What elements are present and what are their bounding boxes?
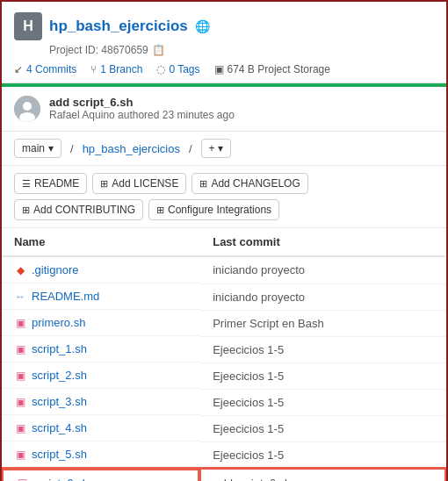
license-label: Add LICENSE	[112, 177, 178, 190]
storage-value: 674 B Project Storage	[228, 63, 330, 75]
author-avatar	[14, 96, 40, 122]
add-dropdown-icon: ▾	[218, 142, 223, 154]
branch-link[interactable]: 1 Branch	[100, 63, 142, 75]
add-license-button[interactable]: ⊞ Add LICENSE	[92, 173, 186, 194]
table-row: ◆ .gitignore iniciando proyecto	[2, 256, 445, 284]
table-row: ▣ script_6.sh add script_6.sh	[2, 469, 445, 482]
add-changelog-button[interactable]: ⊞ Add CHANGELOG	[191, 173, 307, 194]
storage-stat: ▣ 674 B Project Storage	[214, 63, 330, 75]
repo-title-row: H hp_bash_ejercicios 🌐	[14, 12, 434, 40]
commits-stat: ↙ 4 Commits	[14, 63, 76, 75]
file-name[interactable]: script_5.sh	[32, 448, 87, 461]
file-type-icon: ▣	[14, 343, 26, 355]
branch-row: main ▾ / hp_bash_ejercicios / + ▾	[2, 132, 446, 166]
file-name[interactable]: primero.sh	[32, 316, 85, 329]
project-id-text: Project ID: 48670659	[49, 44, 148, 56]
svg-point-1	[23, 102, 32, 111]
table-row: ▣ script_5.sh Ejeecicios 1-5	[2, 442, 445, 469]
tags-icon: ◌	[156, 63, 165, 75]
add-contributing-button[interactable]: ⊞ Add CONTRIBUTING	[14, 199, 143, 220]
repo-avatar: H	[14, 12, 42, 40]
integrations-label: Configure Integrations	[168, 204, 271, 216]
table-row: ▣ primero.sh Primer Script en Bash	[2, 310, 445, 336]
path-separator: /	[70, 142, 74, 155]
commits-link[interactable]: 4 Commits	[26, 63, 76, 75]
branch-selector[interactable]: main ▾	[14, 139, 61, 158]
file-type-icon: ▣	[14, 449, 26, 461]
stats-row: ↙ 4 Commits ⑂ 1 Branch ◌ 0 Tags ▣ 674 B …	[14, 63, 434, 75]
col-name-header: Name	[2, 228, 200, 256]
file-name[interactable]: script_3.sh	[32, 395, 87, 408]
project-id: Project ID: 48670659 📋	[49, 44, 434, 56]
file-name[interactable]: README.md	[32, 290, 99, 303]
file-table: Name Last commit ◆ .gitignore iniciando …	[2, 228, 446, 481]
visibility-icon: 🌐	[195, 19, 210, 33]
last-commit-cell: Ejeecicios 1-5	[200, 415, 445, 442]
file-name[interactable]: script_4.sh	[32, 421, 87, 434]
table-row: ▣ script_2.sh Ejeecicios 1-5	[2, 363, 445, 389]
last-commit-cell: Primer Script en Bash	[200, 310, 445, 336]
readme-button[interactable]: ☰ README	[14, 173, 87, 194]
table-row: ▣ script_3.sh Ejeecicios 1-5	[2, 389, 445, 415]
table-row: ↔ README.md iniciando proyecto	[2, 284, 445, 310]
integrations-icon: ⊞	[156, 205, 164, 216]
file-type-icon: ↔	[14, 291, 26, 303]
col-commit-header: Last commit	[200, 228, 445, 256]
commits-icon: ↙	[14, 63, 23, 75]
tags-link[interactable]: 0 Tags	[169, 63, 199, 75]
last-commit-cell: Ejeecicios 1-5	[200, 336, 445, 363]
readme-label: README	[34, 177, 79, 190]
file-name[interactable]: script_1.sh	[32, 342, 87, 355]
progress-fill	[2, 83, 446, 87]
tags-stat: ◌ 0 Tags	[156, 63, 199, 75]
last-commit-cell: Ejeecicios 1-5	[200, 389, 445, 415]
branch-stat: ⑂ 1 Branch	[90, 63, 142, 75]
commit-author: Rafael Aquino	[49, 109, 115, 121]
repo-name[interactable]: hp_bash_ejercicios	[49, 18, 188, 35]
repo-header: H hp_bash_ejercicios 🌐 Project ID: 48670…	[2, 2, 446, 83]
table-row: ▣ script_1.sh Ejeecicios 1-5	[2, 336, 445, 363]
file-name[interactable]: script_6.sh	[33, 477, 89, 482]
copy-icon[interactable]: 📋	[152, 44, 165, 56]
last-commit-cell: Ejeecicios 1-5	[200, 442, 445, 469]
file-type-icon: ▣	[14, 396, 26, 408]
plus-icon: +	[209, 142, 215, 154]
license-icon: ⊞	[100, 178, 108, 190]
last-commit-section: add script_6.sh Rafael Aquino authored 2…	[2, 87, 446, 132]
configure-integrations-button[interactable]: ⊞ Configure Integrations	[148, 199, 279, 220]
commit-meta: Rafael Aquino authored 23 minutes ago	[49, 109, 235, 121]
page-container: H hp_bash_ejercicios 🌐 Project ID: 48670…	[0, 0, 448, 481]
commit-time: authored 23 minutes ago	[118, 109, 235, 121]
file-name[interactable]: script_2.sh	[32, 369, 87, 382]
changelog-icon: ⊞	[199, 178, 207, 190]
file-type-icon: ◆	[14, 264, 26, 276]
table-row: ▣ script_4.sh Ejeecicios 1-5	[2, 415, 445, 442]
file-name[interactable]: .gitignore	[32, 263, 78, 276]
progress-bar	[2, 83, 446, 87]
branch-icon: ⑂	[90, 63, 97, 75]
contributing-label: Add CONTRIBUTING	[33, 204, 135, 216]
commit-message[interactable]: add script_6.sh	[49, 96, 235, 109]
last-commit-cell: iniciando proyecto	[200, 256, 445, 284]
commit-info: add script_6.sh Rafael Aquino authored 2…	[49, 96, 235, 121]
file-type-icon: ▣	[14, 317, 26, 329]
file-type-icon: ▣	[16, 477, 28, 481]
branch-dropdown-icon: ▾	[48, 142, 54, 154]
file-type-icon: ▣	[14, 370, 26, 382]
readme-icon: ☰	[22, 178, 31, 190]
branch-name: main	[22, 142, 45, 154]
last-commit-cell: add script_6.sh	[200, 469, 445, 482]
last-commit-cell: iniciando proyecto	[200, 284, 445, 310]
changelog-label: Add CHANGELOG	[211, 177, 300, 190]
action-buttons-row: ☰ README ⊞ Add LICENSE ⊞ Add CHANGELOG ⊞…	[2, 166, 446, 228]
add-file-button[interactable]: + ▾	[201, 139, 231, 158]
storage-icon: ▣	[214, 63, 224, 75]
file-type-icon: ▣	[14, 422, 26, 434]
path-repo[interactable]: hp_bash_ejercicios	[83, 142, 180, 155]
last-commit-cell: Ejeecicios 1-5	[200, 363, 445, 389]
path-separator2: /	[189, 142, 192, 155]
contributing-icon: ⊞	[22, 205, 30, 216]
